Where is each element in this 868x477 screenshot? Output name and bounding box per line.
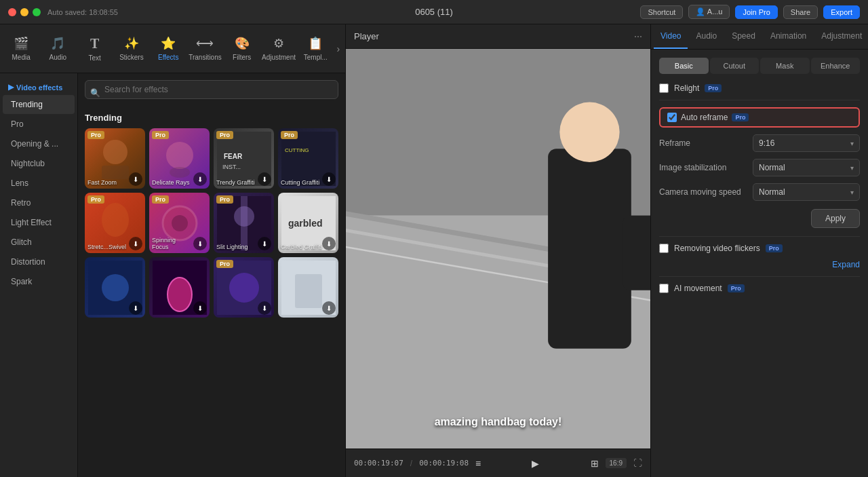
time-separator: / <box>410 459 412 468</box>
toolbar-audio[interactable]: 🎵 Audio <box>39 26 76 72</box>
section-divider-3 <box>659 276 860 277</box>
sub-tab-basic[interactable]: Basic <box>659 58 709 74</box>
join-pro-button[interactable]: Join Pro <box>735 5 777 19</box>
reframe-select[interactable]: 9:16 ▾ <box>753 134 860 152</box>
user-button[interactable]: 👤 A...u <box>688 5 730 19</box>
player-menu-icon[interactable]: ⋯ <box>634 32 642 41</box>
download-icon[interactable]: ⬇ <box>258 172 271 186</box>
toolbar-filters[interactable]: 🎨 Filters <box>224 26 260 72</box>
download-icon[interactable]: ⬇ <box>129 172 142 186</box>
auto-reframe-label: Auto reframe <box>681 113 728 122</box>
image-stab-row: Image stabilization Normal ▾ <box>659 159 860 176</box>
stickers-icon: ✨ <box>124 36 139 51</box>
tab-adjustment[interactable]: Adjustment <box>814 24 868 49</box>
download-icon[interactable]: ⬇ <box>129 301 142 315</box>
effect-card-9[interactable]: ⬇ <box>85 257 145 318</box>
download-icon[interactable]: ⬇ <box>193 237 207 250</box>
sidebar-item-opening[interactable]: Opening & ... <box>3 134 75 153</box>
tab-speed[interactable]: Speed <box>725 24 762 49</box>
sidebar-item-retro[interactable]: Retro <box>3 193 75 212</box>
ai-movement-checkbox[interactable] <box>659 284 669 293</box>
image-stab-label: Image stabilization <box>659 163 747 172</box>
download-icon[interactable]: ⬇ <box>322 301 336 315</box>
export-button[interactable]: Export <box>823 5 860 19</box>
download-icon[interactable]: ⬇ <box>193 172 207 186</box>
effect-card-stretch-swivel[interactable]: Pro ⬇ Stretc...Swivel <box>85 193 145 253</box>
effects-search-input[interactable] <box>85 80 338 99</box>
player-current-time: 00:00:19:07 <box>354 459 403 468</box>
effects-grid: Pro ⬇ Fast Zoom Pro ⬇ Delicate Rays <box>85 128 338 318</box>
pro-badge: Pro <box>216 260 233 268</box>
sidebar-item-glitch[interactable]: Glitch <box>3 233 75 252</box>
expand-row: Expand <box>659 260 860 269</box>
effect-card-delicate-rays[interactable]: Pro ⬇ Delicate Rays <box>149 128 210 189</box>
sub-tab-mask[interactable]: Mask <box>760 58 810 74</box>
minimize-button[interactable] <box>20 8 28 16</box>
tab-audio[interactable]: Audio <box>689 24 724 49</box>
svg-rect-34 <box>623 215 650 290</box>
effect-card-12[interactable]: ⬇ <box>278 257 338 318</box>
tab-animation[interactable]: Animation <box>764 24 813 49</box>
effect-card-garbled-graffiti[interactable]: garbled ⬇ Garbled Graffiti <box>278 193 338 253</box>
effect-card-cutting-graffiti[interactable]: CUTTING Pro ⬇ Cutting Graffiti <box>278 128 338 189</box>
effect-card-spinning-focus[interactable]: Pro ⬇ Spinning Focus <box>149 193 210 253</box>
sub-tab-cutout[interactable]: Cutout <box>710 58 760 74</box>
maximize-button[interactable] <box>33 8 41 16</box>
player-fit-button[interactable]: ⊞ <box>591 458 599 469</box>
sidebar-item-spark[interactable]: Spark <box>3 272 75 291</box>
toolbar-stickers[interactable]: ✨ Stickers <box>113 26 150 72</box>
shortcut-button[interactable]: Shortcut <box>640 5 683 19</box>
pro-badge: Pro <box>152 131 169 139</box>
sub-tab-enhance[interactable]: Enhance <box>811 58 861 74</box>
sidebar-item-lighteffect[interactable]: Light Effect <box>3 213 75 232</box>
share-button[interactable]: Share <box>783 5 818 19</box>
relight-checkbox[interactable] <box>659 83 669 93</box>
camera-speed-row: Camera moving speed Normal ▾ <box>659 183 860 201</box>
camera-speed-chevron-icon: ▾ <box>850 189 854 196</box>
download-icon[interactable]: ⬇ <box>322 237 336 250</box>
player-total-time: 00:00:19:08 <box>419 459 469 468</box>
toolbar: 🎬 Media 🎵 Audio T Text ✨ Stickers ⭐ Effe… <box>0 24 345 73</box>
close-button[interactable] <box>8 8 16 16</box>
video-effects-icon: ▶ <box>8 83 14 92</box>
download-icon[interactable]: ⬇ <box>129 237 142 250</box>
player-chapters-button[interactable]: ≡ <box>475 458 481 469</box>
expand-button[interactable]: Expand <box>832 260 860 269</box>
media-icon: 🎬 <box>14 36 28 51</box>
camera-speed-select[interactable]: Normal ▾ <box>753 183 860 201</box>
toolbar-text[interactable]: T Text <box>77 26 113 72</box>
sidebar-item-pro[interactable]: Pro <box>3 115 75 134</box>
sidebar-item-lens[interactable]: Lens <box>3 174 75 193</box>
player-title: Player <box>354 31 379 41</box>
player-play-button[interactable]: ▶ <box>532 458 539 469</box>
sidebar-item-trending[interactable]: Trending <box>3 95 75 114</box>
window-title: 0605 (11) <box>415 7 453 17</box>
effect-card-slit-lighting[interactable]: Pro ⬇ Slit Lighting <box>214 193 274 253</box>
removing-flickers-checkbox[interactable] <box>659 244 669 253</box>
toolbar-more-button[interactable]: › <box>334 43 342 54</box>
svg-rect-2 <box>102 166 129 179</box>
player-fullscreen-button[interactable]: ⛶ <box>633 458 642 468</box>
sidebar-item-nightclub[interactable]: Nightclub <box>3 154 75 173</box>
section-divider-2 <box>659 236 860 237</box>
effect-card-10[interactable]: ⬇ <box>149 257 210 318</box>
download-icon[interactable]: ⬇ <box>193 301 207 315</box>
tab-video[interactable]: Video <box>654 24 688 49</box>
apply-button[interactable]: Apply <box>811 209 860 228</box>
toolbar-templates[interactable]: 📋 Templ... <box>297 26 334 72</box>
download-icon[interactable]: ⬇ <box>258 237 271 250</box>
download-icon[interactable]: ⬇ <box>322 172 336 186</box>
player-ratio-badge[interactable]: 16:9 <box>606 458 627 468</box>
toolbar-audio-label: Audio <box>50 54 67 61</box>
toolbar-effects[interactable]: ⭐ Effects <box>150 26 186 72</box>
download-icon[interactable]: ⬇ <box>258 301 271 315</box>
effect-card-fast-zoom[interactable]: Pro ⬇ Fast Zoom <box>85 128 145 189</box>
effect-card-trendy-graffiti[interactable]: FEARINST... Pro ⬇ Trendy Graffiti <box>214 128 274 189</box>
toolbar-adjustment[interactable]: ⚙ Adjustment <box>260 26 297 72</box>
auto-reframe-checkbox[interactable] <box>667 113 677 122</box>
sidebar-item-distortion[interactable]: Distortion <box>3 252 75 271</box>
toolbar-media[interactable]: 🎬 Media <box>3 26 39 72</box>
toolbar-transitions[interactable]: ⟷ Transitions <box>186 26 223 72</box>
effect-card-11[interactable]: Pro ⬇ <box>214 257 274 318</box>
image-stab-select[interactable]: Normal ▾ <box>753 159 860 176</box>
